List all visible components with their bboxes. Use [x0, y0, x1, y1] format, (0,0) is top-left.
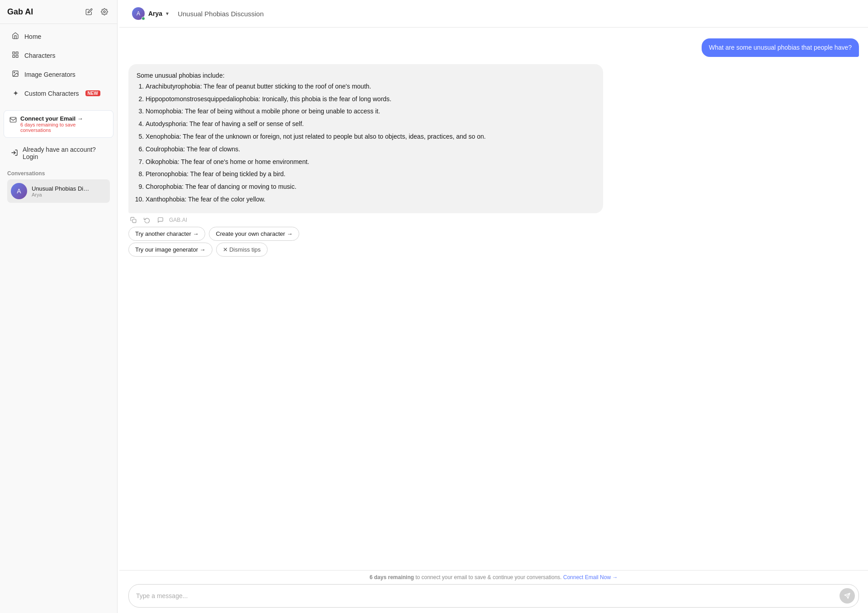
login-label: Already have an account? Login [23, 146, 106, 160]
conversation-avatar: A [11, 183, 27, 199]
new-badge: NEW [85, 90, 100, 96]
characters-icon [11, 51, 20, 60]
chat-title: Unusual Phobias Discussion [178, 10, 264, 18]
svg-rect-9 [132, 219, 136, 223]
list-item: Hippopotomonstrosesquippedaliophobia: Ir… [146, 94, 595, 105]
chevron-down-icon: ▾ [166, 10, 169, 17]
svg-rect-2 [16, 52, 18, 54]
resize-handle[interactable] [118, 0, 119, 613]
topbar: A Arya ▾ Unusual Phobias Discussion [119, 0, 868, 28]
conversations-section: Conversations A Unusual Phobias Discu...… [0, 165, 117, 206]
list-item: Xenophobia: The fear of the unknown or f… [146, 131, 595, 142]
sidebar-item-characters[interactable]: Characters [4, 47, 113, 65]
svg-rect-4 [16, 55, 18, 57]
conversation-title: Unusual Phobias Discu... [32, 185, 90, 192]
character-avatar: A [132, 7, 145, 20]
user-message: What are some unusual phobias that peopl… [702, 38, 859, 57]
main-panel: A Arya ▾ Unusual Phobias Discussion What… [119, 0, 868, 613]
svg-point-6 [14, 72, 15, 73]
sidebar: Gab AI Home Characters Im [0, 0, 118, 613]
online-dot [142, 17, 145, 20]
ai-response: Some unusual phobias include: Arachibuty… [128, 64, 603, 213]
copy-button[interactable] [128, 215, 138, 225]
sidebar-item-custom-characters[interactable]: ✦ Custom Characters NEW [4, 84, 113, 102]
sidebar-custom-characters-label: Custom Characters [24, 90, 79, 97]
sidebar-characters-label: Characters [24, 52, 55, 59]
sidebar-item-home[interactable]: Home [4, 28, 113, 46]
custom-characters-icon: ✦ [11, 89, 20, 98]
regenerate-button[interactable] [142, 215, 152, 225]
sidebar-header: Gab AI [0, 0, 117, 24]
try-another-character-button[interactable]: Try another character → [128, 227, 205, 241]
ai-actions: GAB.AI [128, 215, 859, 225]
app-title: Gab AI [7, 7, 33, 17]
conversations-label: Conversations [7, 170, 110, 177]
connect-email-sub: 6 days remaining to save conversations [20, 122, 108, 133]
list-item: Coulrophobia: The fear of clowns. [146, 144, 595, 155]
sidebar-image-generators-label: Image Generators [24, 71, 75, 78]
connect-email-main: Connect your Email → [20, 115, 108, 122]
bottom-bar: 6 days remaining to connect your email t… [119, 570, 868, 613]
suggestion-buttons-row2: Try our image generator → ✕ Dismiss tips [128, 243, 859, 257]
send-icon [844, 593, 850, 599]
list-item: Nomophobia: The fear of being without a … [146, 106, 595, 117]
avatar-text: A [17, 187, 21, 195]
days-remaining: 6 days remaining [370, 574, 414, 580]
svg-rect-1 [13, 52, 15, 54]
conversation-item[interactable]: A Unusual Phobias Discu... Arya ••• [7, 179, 110, 203]
dismiss-tips-button[interactable]: ✕ Dismiss tips [216, 243, 268, 257]
settings-button[interactable] [99, 6, 110, 17]
send-button[interactable] [840, 588, 855, 604]
ai-response-block: Some unusual phobias include: Arachibuty… [128, 64, 859, 257]
sidebar-icons [84, 6, 110, 17]
login-icon [11, 149, 18, 158]
create-own-character-button[interactable]: Create your own character → [209, 227, 299, 241]
login-item[interactable]: Already have an account? Login [4, 141, 113, 165]
list-item: Pteronophobia: The fear of being tickled… [146, 169, 595, 180]
feedback-button[interactable] [156, 215, 165, 225]
list-item: Chorophobia: The fear of dancing or movi… [146, 182, 595, 192]
conversation-subtitle: Arya [32, 192, 90, 197]
svg-rect-7 [10, 117, 16, 122]
list-item: Autodysphoria: The fear of having a self… [146, 119, 595, 130]
connect-email-banner[interactable]: Connect your Email → 6 days remaining to… [4, 110, 113, 138]
chat-area: What are some unusual phobias that peopl… [119, 28, 868, 570]
list-item: Oikophobia: The fear of one's home or ho… [146, 157, 595, 168]
home-icon [11, 32, 20, 41]
character-selector[interactable]: A Arya ▾ [128, 5, 172, 22]
conversation-info: Unusual Phobias Discu... Arya [32, 185, 90, 197]
email-reminder: 6 days remaining to connect your email t… [128, 574, 859, 580]
compose-button[interactable] [84, 6, 94, 17]
svg-point-0 [104, 11, 105, 13]
ai-response-intro: Some unusual phobias include: [137, 72, 225, 79]
character-name: Arya [148, 10, 162, 17]
email-reminder-text: to connect your email to save & continue… [415, 574, 563, 580]
image-generators-icon [11, 70, 20, 79]
svg-rect-3 [13, 55, 15, 57]
connect-email-text: Connect your Email → 6 days remaining to… [20, 115, 108, 133]
ai-source-label: GAB.AI [169, 217, 187, 223]
sidebar-home-label: Home [24, 33, 41, 40]
connect-email-link[interactable]: Connect Email Now → [563, 574, 618, 580]
email-icon [9, 116, 17, 125]
message-input-container [128, 584, 859, 608]
sidebar-item-image-generators[interactable]: Image Generators [4, 66, 113, 84]
sidebar-nav: Home Characters Image Generators ✦ Custo… [0, 24, 117, 107]
ai-response-list: Arachibutyrophobia: The fear of peanut b… [137, 81, 595, 205]
list-item: Xanthophobia: The fear of the color yell… [146, 194, 595, 205]
try-image-generator-button[interactable]: Try our image generator → [128, 243, 212, 257]
list-item: Arachibutyrophobia: The fear of peanut b… [146, 81, 595, 92]
message-input[interactable] [136, 592, 840, 599]
suggestion-buttons: Try another character → Create your own … [128, 227, 859, 241]
